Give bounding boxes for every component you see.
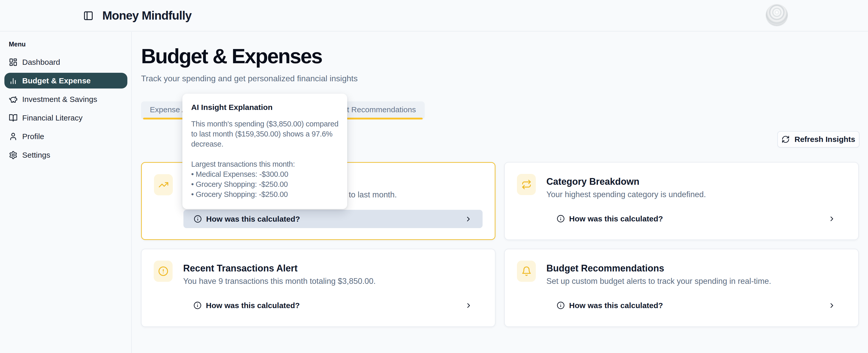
how-calculated-label: How was this calculated? xyxy=(569,214,663,223)
how-calculated-button[interactable]: How was this calculated? xyxy=(183,296,483,315)
book-open-icon xyxy=(9,113,18,122)
sidebar-item-label: Profile xyxy=(22,132,44,141)
page-title: Budget & Expenses xyxy=(141,44,322,68)
card-icon-box xyxy=(517,260,536,282)
recent-transactions-card: Recent Transactions Alert You have 9 tra… xyxy=(141,249,495,327)
card-body: Set up custom budget alerts to track you… xyxy=(547,276,771,286)
ai-insight-tooltip: AI Insight Explanation This month's spen… xyxy=(182,94,347,209)
chevron-right-icon xyxy=(828,215,836,223)
refresh-icon xyxy=(781,135,790,143)
card-icon-box xyxy=(154,174,173,195)
category-breakdown-card: Category Breakdown Your highest spending… xyxy=(504,162,859,240)
info-icon xyxy=(557,302,565,309)
card-body: You have 9 transactions this month total… xyxy=(183,276,376,286)
refresh-insights-button[interactable]: Refresh Insights xyxy=(777,131,860,148)
page-subtitle: Track your spending and get personalized… xyxy=(141,74,358,83)
how-calculated-label: How was this calculated? xyxy=(206,215,300,223)
alert-circle-icon xyxy=(158,266,168,276)
app-title: Money Mindfully xyxy=(102,8,191,23)
tooltip-line: decrease. xyxy=(191,139,338,149)
card-body: Your highest spending category is undefi… xyxy=(547,189,706,200)
how-calculated-button[interactable]: How was this calculated? xyxy=(183,210,483,228)
user-icon xyxy=(9,132,18,141)
chevron-right-icon xyxy=(464,215,472,223)
sidebar-item-financial-literacy[interactable]: Financial Literacy xyxy=(4,110,127,126)
tooltip-line: This month's spending ($3,850.00) compar… xyxy=(191,119,338,129)
sidebar-item-label: Budget & Expense xyxy=(22,76,91,85)
card-title: Category Breakdown xyxy=(547,176,640,187)
tooltip-spacer xyxy=(191,149,338,159)
sidebar-item-budget-expense[interactable]: Budget & Expense xyxy=(4,73,127,89)
card-title: Recent Transactions Alert xyxy=(183,263,298,274)
sidebar-item-label: Dashboard xyxy=(22,58,60,67)
card-icon-box xyxy=(154,260,173,282)
app-header: Money Mindfully xyxy=(0,0,868,32)
info-icon xyxy=(557,215,565,223)
sidebar-item-profile[interactable]: Profile xyxy=(4,129,127,144)
sidebar-item-label: Investment & Savings xyxy=(22,95,97,104)
trending-up-icon xyxy=(158,180,169,190)
card-body-fragment: to last month. xyxy=(349,190,397,200)
card-title: Budget Recommendations xyxy=(547,263,664,274)
tooltip-line: to last month ($159,350.00) shows a 97.6… xyxy=(191,129,338,139)
avatar[interactable] xyxy=(766,4,788,26)
bell-icon xyxy=(521,266,532,276)
chevron-right-icon xyxy=(465,302,472,309)
sidebar-toggle-icon[interactable] xyxy=(83,10,94,21)
how-calculated-label: How was this calculated? xyxy=(569,301,663,310)
repeat-icon xyxy=(521,179,532,190)
sidebar-item-investment-savings[interactable]: Investment & Savings xyxy=(4,91,127,107)
tooltip-line: • Medical Expenses: -$300.00 xyxy=(191,169,338,179)
sidebar-item-settings[interactable]: Settings xyxy=(4,147,127,163)
sidebar-item-label: Financial Literacy xyxy=(22,113,83,122)
sidebar: Menu Dashboard Budget & Expense Investme… xyxy=(0,32,132,353)
sidebar-item-label: Settings xyxy=(22,151,50,160)
tooltip-line: • Grocery Shopping: -$250.00 xyxy=(191,179,338,189)
how-calculated-button[interactable]: How was this calculated? xyxy=(547,210,846,228)
card-icon-box xyxy=(517,174,536,195)
tooltip-title: AI Insight Explanation xyxy=(191,103,338,112)
gear-icon xyxy=(9,151,18,160)
chevron-right-icon xyxy=(828,302,836,309)
info-icon xyxy=(193,302,202,309)
how-calculated-label: How was this calculated? xyxy=(206,301,300,310)
dashboard-icon xyxy=(9,58,18,67)
bar-chart-icon xyxy=(9,76,18,85)
sidebar-item-dashboard[interactable]: Dashboard xyxy=(4,54,127,70)
info-icon xyxy=(194,215,202,223)
budget-recommendations-card: Budget Recommendations Set up custom bud… xyxy=(504,249,859,327)
sidebar-section-label: Menu xyxy=(9,40,131,48)
refresh-insights-label: Refresh Insights xyxy=(795,135,855,144)
tooltip-line: • Grocery Shopping: -$250.00 xyxy=(191,189,338,200)
piggy-bank-icon xyxy=(9,95,18,104)
tooltip-line: Largest transactions this month: xyxy=(191,159,338,169)
how-calculated-button[interactable]: How was this calculated? xyxy=(547,296,846,315)
